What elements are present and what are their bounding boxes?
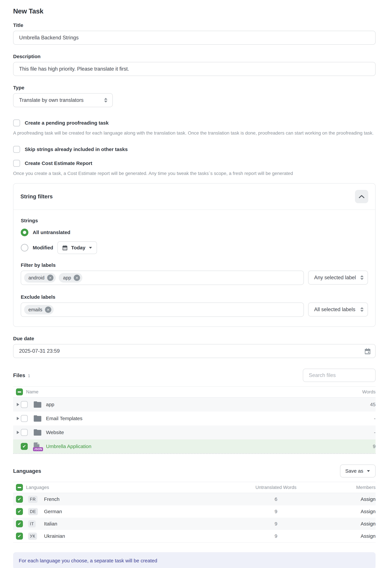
files-search-input[interactable]: Search files	[303, 369, 376, 382]
remove-chip-icon[interactable]: ×	[47, 275, 54, 281]
proofreading-checkbox[interactable]	[13, 119, 20, 126]
file-table-row[interactable]: JSON app 45	[13, 397, 376, 411]
select-arrows-icon	[360, 275, 364, 280]
language-code-badge: IT	[28, 520, 36, 527]
cost-estimate-checkbox[interactable]	[13, 160, 20, 167]
due-date-input[interactable]: 2025-07-31 23:59	[13, 344, 376, 358]
filter-by-labels-label: Filter by labels	[21, 262, 368, 268]
files-table: Name Words JSON app 45 JSON Email Templa…	[13, 386, 376, 454]
filter-labels-match-select[interactable]: Any selected label	[308, 271, 368, 285]
languages-section-title: Languages	[13, 468, 41, 474]
file-table-row[interactable]: JSON Umbrella Application 9	[13, 439, 376, 453]
title-input[interactable]: Umbrella Backend Strings	[13, 31, 376, 45]
file-name: Email Templates	[46, 416, 334, 421]
all-untranslated-radio[interactable]	[21, 229, 28, 236]
string-filters-title: String filters	[20, 193, 53, 200]
new-task-form: New Task Title Umbrella Backend Strings …	[0, 0, 392, 568]
row-checkbox[interactable]	[16, 520, 23, 527]
remove-chip-icon[interactable]: ×	[45, 306, 51, 313]
language-name: French	[44, 496, 218, 502]
label-chip: emails ×	[24, 305, 54, 315]
files-words-column-header: Words	[334, 389, 376, 394]
string-filters-header: String filters	[14, 184, 375, 210]
modified-radio-label: Modified	[33, 245, 53, 250]
languages-table-header: Languages Untranslated Words Members	[13, 482, 376, 493]
exclude-labels-label: Exclude labels	[21, 294, 368, 300]
skip-strings-checkbox-label: Skip strings already included in other t…	[25, 146, 128, 152]
files-select-all-checkbox[interactable]	[16, 388, 23, 395]
language-name: German	[44, 509, 218, 514]
files-section-title: Files 1	[13, 372, 30, 379]
label-chip-text: android	[28, 275, 44, 281]
caret-down-icon	[89, 247, 92, 248]
assign-link[interactable]: Assign	[361, 509, 376, 514]
type-label: Type	[13, 85, 376, 90]
exclude-labels-match-value: All selected labels	[314, 306, 355, 312]
file-table-row[interactable]: JSON Email Templates -	[13, 411, 376, 425]
select-arrows-icon	[360, 307, 364, 312]
untranslated-words-count: 9	[218, 533, 334, 539]
untranslated-words-count: 6	[218, 496, 334, 502]
caret-down-icon	[367, 470, 370, 472]
language-table-row[interactable]: IT Italian 9 Assign	[13, 518, 376, 530]
save-as-button-label: Save as	[345, 468, 363, 474]
language-table-row[interactable]: УК Ukrainian 9 Assign	[13, 530, 376, 542]
description-label: Description	[13, 54, 376, 59]
assign-link[interactable]: Assign	[361, 533, 376, 539]
exclude-labels-match-select[interactable]: All selected labels	[308, 303, 368, 317]
info-banner-text: For each language you choose, a separate…	[19, 558, 157, 564]
row-checkbox[interactable]	[21, 401, 28, 408]
info-banner: For each language you choose, a separate…	[13, 552, 376, 568]
title-input-value: Umbrella Backend Strings	[19, 35, 79, 41]
string-filters-panel: String filters Strings All untranslated …	[13, 183, 376, 327]
file-name: Website	[46, 430, 334, 435]
languages-column-header: Languages	[26, 485, 218, 490]
caret-right-icon[interactable]	[17, 417, 19, 420]
files-name-column-header: Name	[26, 389, 334, 394]
calendar-icon[interactable]	[364, 348, 371, 355]
chevron-up-icon	[359, 195, 364, 198]
collapse-panel-button[interactable]	[355, 190, 368, 203]
caret-right-icon[interactable]	[17, 431, 19, 434]
file-words-count: -	[334, 416, 376, 421]
assign-link[interactable]: Assign	[361, 521, 376, 526]
row-checkbox[interactable]	[16, 508, 23, 515]
label-chip-text: app	[63, 275, 71, 281]
members-column-header: Members	[334, 485, 376, 490]
remove-chip-icon[interactable]: ×	[74, 275, 80, 281]
language-table-row[interactable]: FR French 6 Assign	[13, 493, 376, 505]
label-chip-text: emails	[28, 307, 42, 312]
filter-labels-match-value: Any selected label	[314, 275, 356, 281]
folder-icon	[34, 429, 41, 436]
row-checkbox[interactable]	[16, 496, 23, 503]
languages-table: Languages Untranslated Words Members FR …	[13, 482, 376, 543]
skip-strings-checkbox[interactable]	[13, 146, 20, 153]
file-words-count: 45	[334, 402, 376, 407]
exclude-labels-input[interactable]: emails ×	[21, 303, 304, 317]
modified-date-value: Today	[71, 245, 85, 250]
row-checkbox[interactable]	[16, 533, 23, 539]
file-name: app	[46, 402, 334, 407]
language-name: Italian	[44, 521, 218, 527]
assign-link[interactable]: Assign	[361, 496, 376, 502]
modified-radio[interactable]	[21, 244, 28, 251]
proofreading-checkbox-label: Create a pending proofreading task	[25, 120, 109, 126]
files-search-placeholder: Search files	[309, 372, 336, 378]
modified-date-button-inner: Today	[57, 241, 97, 254]
save-as-button[interactable]: Save as	[340, 465, 376, 478]
file-name: Umbrella Application	[46, 444, 334, 449]
filter-labels-input[interactable]: android × app ×	[21, 271, 304, 285]
description-input[interactable]: This file has high priority. Please tran…	[13, 62, 376, 76]
type-select[interactable]: Translate by own translators	[13, 93, 113, 107]
files-table-header: Name Words	[13, 386, 376, 397]
modified-date-button[interactable]: Today	[57, 241, 97, 254]
row-checkbox[interactable]	[21, 415, 28, 422]
row-checkbox[interactable]	[21, 443, 28, 450]
language-table-row[interactable]: DE German 9 Assign	[13, 505, 376, 518]
file-table-row[interactable]: JSON Website -	[13, 425, 376, 439]
title-label: Title	[13, 22, 376, 28]
row-checkbox[interactable]	[21, 429, 28, 436]
languages-table-body: FR French 6 Assign DE German 9 Assign IT…	[13, 493, 376, 543]
caret-right-icon[interactable]	[17, 403, 19, 406]
languages-select-all-checkbox[interactable]	[16, 484, 23, 491]
